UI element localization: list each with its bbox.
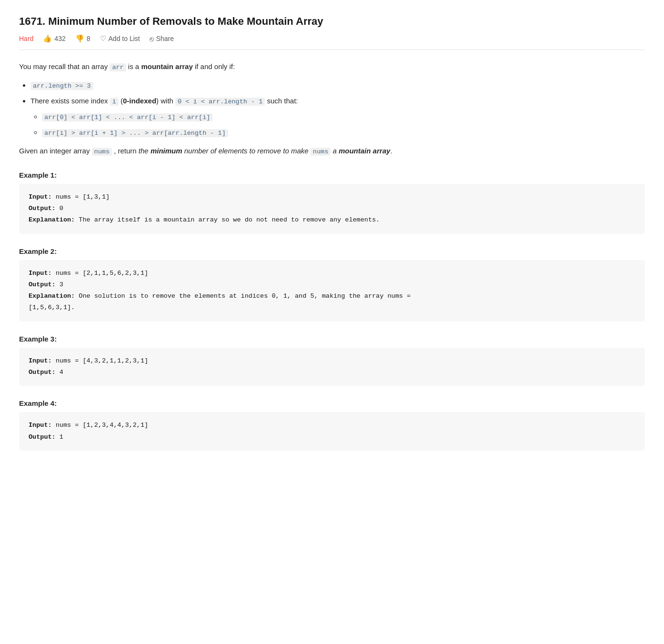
thumbs-down-icon: 👎 <box>75 34 84 43</box>
problem-description: You may recall that an array arr is a mo… <box>19 60 645 158</box>
share-button[interactable]: ⎋ Share <box>150 35 174 43</box>
sub-conditions-list: arr[0] < arr[1] < ... < arr[i - 1] < arr… <box>42 111 645 139</box>
nums-inline-code: nums <box>92 148 112 156</box>
example-3: Example 3: Input: nums = [4,3,2,1,1,2,3,… <box>19 335 645 386</box>
dislikes-button[interactable]: 👎 8 <box>75 34 91 43</box>
example-2-input: Input: nums = [2,1,1,5,6,2,3,1] <box>29 268 635 279</box>
description-intro: You may recall that an array arr is a mo… <box>19 60 645 73</box>
arr-inline-code: arr <box>110 63 126 71</box>
likes-count: 432 <box>54 35 65 42</box>
dislikes-count: 8 <box>87 35 91 42</box>
sub-condition-1: arr[0] < arr[1] < ... < arr[i - 1] < arr… <box>42 111 645 123</box>
thumbs-up-icon: 👍 <box>43 34 52 43</box>
example-3-input: Input: nums = [4,3,2,1,1,2,3,1] <box>29 355 635 367</box>
example-4-input: Input: nums = [1,2,3,4,4,3,2,1] <box>29 420 635 431</box>
example-3-title: Example 3: <box>19 335 645 343</box>
add-to-list-button[interactable]: ♡ Add to List <box>100 34 140 43</box>
description-given: Given an integer array nums , return the… <box>19 145 645 158</box>
share-icon: ⎋ <box>150 35 154 43</box>
likes-button[interactable]: 👍 432 <box>43 34 65 43</box>
example-4-block: Input: nums = [1,2,3,4,4,3,2,1] Output: … <box>19 412 645 451</box>
condition-2: There exists some index i (0-indexed) wi… <box>30 95 645 139</box>
conditions-list: arr.length >= 3 There exists some index … <box>30 79 645 139</box>
example-1-explanation: Explanation: The array itself is a mount… <box>29 214 635 226</box>
sub-condition-2: arr[i] > arr[i + 1] > ... > arr[arr.leng… <box>42 126 645 139</box>
example-2-block: Input: nums = [2,1,1,5,6,2,3,1] Output: … <box>19 260 645 322</box>
add-to-list-label: Add to List <box>109 35 140 42</box>
sub-condition-2-code: arr[i] > arr[i + 1] > ... > arr[arr.leng… <box>42 129 228 137</box>
example-1-block: Input: nums = [1,3,1] Output: 0 Explanat… <box>19 184 645 234</box>
sub-condition-1-code: arr[0] < arr[1] < ... < arr[i - 1] < arr… <box>42 113 212 121</box>
example-2: Example 2: Input: nums = [2,1,1,5,6,2,3,… <box>19 247 645 322</box>
example-2-explanation: Explanation: One solution is to remove t… <box>29 291 635 314</box>
example-3-output: Output: 4 <box>29 367 635 378</box>
example-1-input: Input: nums = [1,3,1] <box>29 191 635 203</box>
example-1-title: Example 1: <box>19 171 645 179</box>
example-2-output: Output: 3 <box>29 279 635 291</box>
problem-title: 1671. Minimum Number of Removals to Make… <box>19 15 645 28</box>
condition-1: arr.length >= 3 <box>30 79 645 92</box>
difficulty-badge: Hard <box>19 35 33 42</box>
example-1: Example 1: Input: nums = [1,3,1] Output:… <box>19 171 645 234</box>
nums-inline-code-2: nums <box>311 148 331 156</box>
example-4-output: Output: 1 <box>29 432 635 443</box>
share-label: Share <box>156 35 174 42</box>
examples-section: Example 1: Input: nums = [1,3,1] Output:… <box>19 171 645 451</box>
example-4-title: Example 4: <box>19 399 645 407</box>
example-3-block: Input: nums = [4,3,2,1,1,2,3,1] Output: … <box>19 348 645 386</box>
i-code: i <box>110 98 119 106</box>
meta-row: Hard 👍 432 👎 8 ♡ Add to List ⎋ Share <box>19 34 645 50</box>
example-2-title: Example 2: <box>19 247 645 255</box>
condition-1-code: arr.length >= 3 <box>30 82 93 90</box>
example-1-output: Output: 0 <box>29 203 635 214</box>
example-4: Example 4: Input: nums = [1,2,3,4,4,3,2,… <box>19 399 645 451</box>
range-code: 0 < i < arr.length - 1 <box>175 98 265 106</box>
heart-icon: ♡ <box>100 34 106 43</box>
